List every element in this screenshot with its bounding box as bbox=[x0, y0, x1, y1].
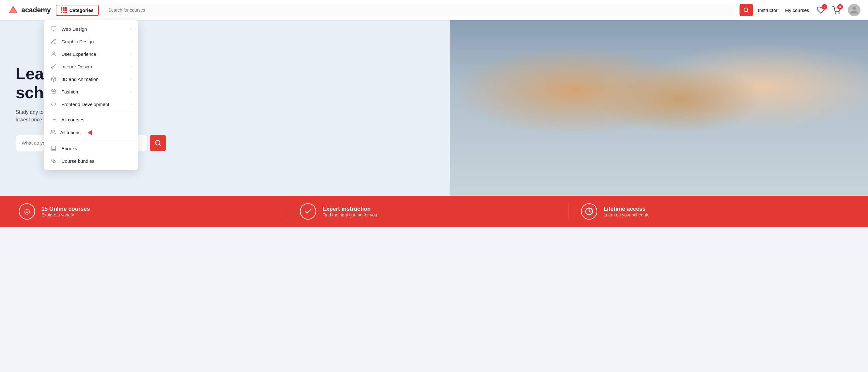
dropdown-item-all-tutions[interactable]: All tutions bbox=[44, 126, 138, 139]
dropdown-item-interior-design[interactable]: Interior Design › bbox=[44, 60, 138, 73]
dropdown-label-web-design: Web Design bbox=[61, 26, 126, 32]
logo-text: academy bbox=[21, 6, 51, 14]
dropdown-divider-2 bbox=[44, 141, 138, 141]
chevron-icon: › bbox=[130, 27, 132, 31]
dropdown-item-all-courses[interactable]: All courses bbox=[44, 113, 138, 126]
svg-point-20 bbox=[53, 161, 56, 163]
people-icon bbox=[50, 129, 56, 136]
svg-point-9 bbox=[53, 52, 55, 54]
svg-point-18 bbox=[52, 130, 53, 132]
dropdown-label-all-tutions: All tutions bbox=[60, 130, 81, 135]
code-icon bbox=[50, 101, 57, 107]
svg-rect-6 bbox=[52, 27, 56, 30]
dropdown-label-user-experience: User Experience bbox=[61, 52, 126, 57]
bundle-icon bbox=[50, 158, 57, 164]
dropdown-item-course-bundles[interactable]: Course bundles bbox=[44, 154, 138, 167]
hero-image bbox=[450, 20, 868, 196]
clock-icon bbox=[581, 203, 597, 220]
logo[interactable]: academy bbox=[7, 4, 51, 16]
chevron-icon: › bbox=[130, 89, 132, 94]
chevron-icon: › bbox=[130, 102, 132, 106]
dropdown-item-frontend-development[interactable]: Frontend Development › bbox=[44, 98, 138, 110]
instructor-link[interactable]: Instructor bbox=[758, 7, 778, 13]
wishlist-badge: 2 bbox=[822, 4, 827, 10]
dropdown-label-frontend-development: Frontend Development bbox=[61, 102, 126, 107]
banner-sub-online-courses: Explore a variety bbox=[41, 212, 90, 218]
svg-line-10 bbox=[53, 64, 56, 67]
banner-item-lifetime-access: Lifetime access Learn on your schedule bbox=[568, 203, 849, 220]
banner-text-lifetime: Lifetime access Learn on your schedule bbox=[603, 206, 649, 218]
hero-search-button[interactable] bbox=[150, 135, 166, 151]
dropdown-label-all-courses: All courses bbox=[61, 117, 132, 122]
grid-icon bbox=[61, 7, 67, 13]
my-courses-link[interactable]: My courses bbox=[785, 7, 809, 13]
categories-button[interactable]: Categories bbox=[56, 5, 99, 16]
dropdown-item-ebooks[interactable]: Ebooks bbox=[44, 142, 138, 154]
cube-icon bbox=[50, 76, 57, 82]
dropdown-item-web-design[interactable]: Web Design › bbox=[44, 23, 138, 35]
person-icon bbox=[50, 51, 57, 57]
chevron-icon: › bbox=[130, 52, 132, 56]
dropdown-divider bbox=[44, 112, 138, 112]
dropdown-item-fashion[interactable]: Fashion › bbox=[44, 85, 138, 98]
banner-sub-expert: Find the right course for you bbox=[322, 212, 377, 218]
hero-right bbox=[450, 20, 868, 196]
pen-icon bbox=[50, 38, 57, 44]
expert-icon bbox=[300, 203, 316, 220]
dropdown-label-interior-design: Interior Design bbox=[61, 64, 126, 69]
header: academy Categories bbox=[0, 0, 868, 20]
arrow-right-icon bbox=[87, 130, 92, 135]
header-search-button[interactable] bbox=[740, 4, 753, 16]
dropdown-label-graphic-design: Graphic Design bbox=[61, 39, 126, 44]
dropdown-item-3d-animation[interactable]: 3D and Animation › bbox=[44, 73, 138, 85]
search-bar bbox=[104, 4, 753, 16]
banner-item-online-courses: ◎ 15 Online courses Explore a variety bbox=[19, 203, 287, 220]
banner-text-online-courses: 15 Online courses Explore a variety bbox=[41, 206, 90, 218]
monitor-icon bbox=[50, 26, 57, 32]
banner-title-lifetime: Lifetime access bbox=[603, 206, 649, 212]
chevron-icon: › bbox=[130, 64, 132, 69]
categories-label: Categories bbox=[69, 7, 94, 13]
book-icon bbox=[50, 146, 57, 151]
dropdown-item-graphic-design[interactable]: Graphic Design › bbox=[44, 35, 138, 48]
cart-badge: 0 bbox=[837, 4, 843, 10]
svg-line-3 bbox=[747, 11, 748, 12]
chevron-icon: › bbox=[130, 77, 132, 81]
dropdown-label-fashion: Fashion bbox=[61, 89, 126, 94]
dropdown-item-user-experience[interactable]: User Experience › bbox=[44, 48, 138, 60]
dropdown-label-ebooks: Ebooks bbox=[61, 146, 132, 151]
svg-line-22 bbox=[159, 144, 160, 146]
banner-item-expert-instruction: Expert instruction Find the right course… bbox=[287, 203, 568, 220]
fashion-icon bbox=[50, 89, 57, 94]
arrow-indicator bbox=[87, 130, 92, 135]
svg-point-19 bbox=[52, 159, 54, 162]
dropdown-menu: Web Design › Graphic Design › User bbox=[44, 20, 138, 170]
banner-title-expert: Expert instruction bbox=[322, 206, 377, 212]
wishlist-button[interactable]: 2 bbox=[816, 6, 825, 14]
svg-point-4 bbox=[835, 13, 836, 13]
header-right: Instructor My courses 2 0 bbox=[758, 4, 861, 16]
banner-sub-lifetime: Learn on your schedule bbox=[603, 212, 649, 218]
dropdown-label-course-bundles: Course bundles bbox=[61, 159, 132, 164]
banner-title-online-courses: 15 Online courses bbox=[41, 206, 90, 212]
chevron-icon: › bbox=[130, 39, 132, 44]
list-icon bbox=[50, 117, 57, 122]
footer-banner: ◎ 15 Online courses Explore a variety Ex… bbox=[0, 196, 868, 227]
brush-icon bbox=[50, 64, 57, 69]
cart-button[interactable]: 0 bbox=[832, 6, 840, 14]
search-input[interactable] bbox=[104, 4, 737, 16]
dropdown-label-3d-animation: 3D and Animation bbox=[61, 77, 126, 82]
avatar[interactable] bbox=[848, 4, 861, 16]
svg-point-5 bbox=[839, 13, 839, 13]
online-courses-icon: ◎ bbox=[19, 203, 35, 220]
banner-text-expert: Expert instruction Find the right course… bbox=[322, 206, 377, 218]
